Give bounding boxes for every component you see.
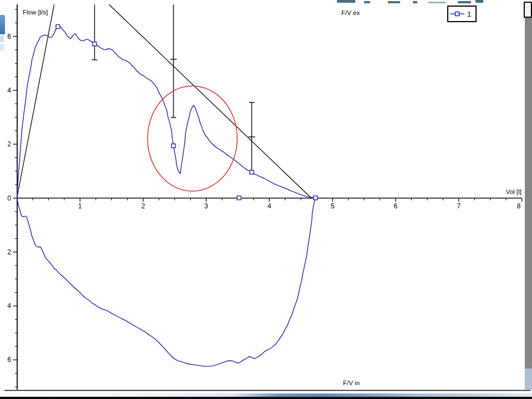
inspiratory-curve bbox=[17, 198, 316, 366]
x-tick-label: 6 bbox=[394, 202, 398, 210]
x-tick-label: 5 bbox=[331, 202, 335, 210]
window-artifact-text-fragment bbox=[428, 2, 446, 3]
legend-marker-icon bbox=[450, 11, 464, 17]
series-marker bbox=[171, 144, 175, 148]
y-tick-label: 6 bbox=[7, 33, 11, 40]
x-axis-title: Vol [l] bbox=[499, 188, 521, 195]
y-tick-label: 4 bbox=[7, 86, 11, 94]
window-artifact-text-fragment bbox=[388, 1, 400, 3]
window-artifact-text-fragment bbox=[337, 0, 355, 3]
highlight-ellipse bbox=[147, 86, 237, 191]
scrollbar-thumb[interactable] bbox=[524, 2, 532, 18]
x-tick-label: 4 bbox=[268, 202, 272, 210]
series-marker bbox=[314, 196, 318, 200]
scrollbar-track-lower[interactable] bbox=[525, 369, 532, 390]
x-tick-label: 3 bbox=[204, 202, 208, 210]
chart-title-inspiratory: F/V in bbox=[343, 380, 360, 386]
series-marker bbox=[93, 42, 96, 46]
window-artifact-text-fragment bbox=[475, 0, 483, 3]
window-artifact-text-fragment bbox=[458, 1, 471, 3]
legend[interactable]: 1 bbox=[447, 6, 477, 22]
series-marker bbox=[250, 170, 254, 174]
window-bottom-edge bbox=[0, 397, 532, 399]
x-tick-label: 2 bbox=[141, 202, 145, 210]
series-marker bbox=[237, 196, 241, 200]
window-artifact-text-fragment bbox=[413, 1, 417, 3]
flow-volume-chart: 642024612345678 bbox=[0, 0, 532, 399]
legend-series-label: 1 bbox=[467, 10, 471, 18]
y-tick-label: 2 bbox=[7, 248, 11, 256]
series-marker bbox=[56, 25, 60, 29]
y-axis-title: Flow [l/s] bbox=[23, 9, 48, 16]
x-tick-label: 1 bbox=[78, 202, 82, 210]
predicted-line bbox=[17, 4, 54, 198]
x-tick-label: 8 bbox=[517, 202, 521, 210]
window-artifact-left-bar bbox=[0, 15, 5, 34]
window-artifact-left-bar bbox=[0, 35, 4, 42]
y-tick-label: 0 bbox=[7, 195, 11, 202]
window-artifact-left-bar bbox=[0, 44, 4, 50]
scrollbar-track[interactable] bbox=[525, 18, 532, 369]
chart-title-expiratory: F/V ex bbox=[341, 9, 360, 16]
expiratory-curve bbox=[17, 26, 316, 198]
y-tick-label: 6 bbox=[7, 356, 11, 364]
x-tick-label: 7 bbox=[457, 202, 461, 210]
y-tick-label: 4 bbox=[7, 302, 11, 310]
window-artifact-text-fragment bbox=[364, 1, 370, 3]
predicted-line bbox=[109, 4, 311, 198]
y-tick-label: 2 bbox=[7, 140, 11, 148]
